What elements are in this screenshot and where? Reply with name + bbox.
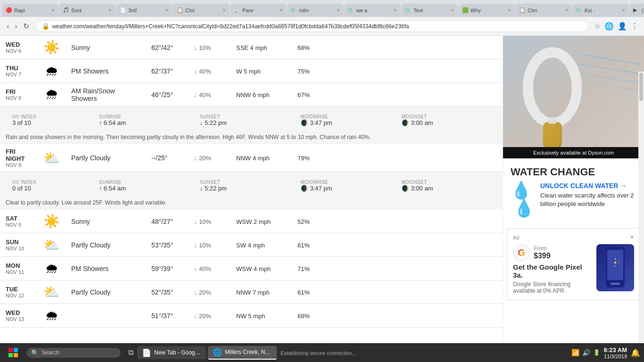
detail-row: UV INDEX 0 of 10 SUNRISE ↑ 6:54 am SUNSE…: [0, 172, 503, 210]
tab-close-ksi[interactable]: ×: [622, 7, 625, 14]
tab-inlin[interactable]: G inlin ×: [287, 4, 344, 17]
tab-close-rapi[interactable]: ×: [51, 7, 55, 14]
tab-why[interactable]: 🟩 Why ×: [458, 4, 515, 17]
google-pixel-ad[interactable]: Ad ✕ G From $399: [507, 228, 640, 300]
tab-close-3rd[interactable]: ×: [165, 7, 169, 14]
scroll-thumb[interactable]: [639, 73, 643, 101]
taskbar-new-tab[interactable]: 📄 New Tab - Google ...: [137, 346, 206, 359]
address-bar[interactable]: 🔒 weather.com/weather/tenday/l/Millers+C…: [36, 20, 588, 32]
weather-icon: ⛅: [43, 238, 60, 252]
weather-area: WED NOV 6 ☀️ Sunny 62°/42°: [0, 36, 503, 362]
tab-soni[interactable]: 🎵 Soni ×: [59, 4, 116, 17]
clock-time: 6:23 AM: [604, 346, 627, 354]
ad-close-icon[interactable]: ✕: [630, 234, 634, 240]
bookmark-button[interactable]: ☆: [592, 20, 603, 33]
taskbar-millers-creek[interactable]: 🌐 Millers Creek, NC 1...: [208, 346, 277, 360]
water-drops-icon: 💧 💧: [511, 182, 535, 217]
new-tab-label: New Tab - Google ...: [154, 349, 201, 356]
forward-button[interactable]: ›: [12, 20, 20, 33]
content-area: WED NOV 6 ☀️ Sunny 62°/42°: [0, 36, 644, 362]
tab-text1[interactable]: G Text ×: [401, 4, 458, 17]
day-date: NOV 9: [6, 222, 32, 228]
reload-button[interactable]: ↻: [20, 20, 32, 33]
tab-close-why[interactable]: ×: [508, 7, 511, 14]
precip-icon: ↓: [194, 44, 197, 51]
ad-google-header: Ad ✕: [513, 234, 634, 240]
tab-rapi[interactable]: 🔴 Rapi ×: [2, 4, 58, 17]
day-date: NOV 10: [6, 246, 32, 251]
profile-button[interactable]: 👤: [616, 20, 629, 33]
tab-wea[interactable]: G we a ×: [344, 4, 401, 17]
moonset-label: MOONSET: [402, 114, 490, 119]
table-row: FRI NIGHT NOV 8 ⛅ Partly Cloudy --/25°: [0, 144, 503, 172]
humidity-text: 52%: [297, 218, 310, 225]
battery-icon: 🔋: [593, 349, 600, 356]
humidity-text: 68%: [297, 44, 310, 51]
temp-text: 62°/42°: [151, 44, 173, 51]
network-icon[interactable]: 📶: [571, 349, 579, 356]
taskbar-search[interactable]: 🔍 Search: [26, 348, 121, 358]
scroll-track[interactable]: [638, 72, 644, 362]
tab-chri1[interactable]: 📋 Chri ×: [173, 4, 230, 17]
tab-close-chri2[interactable]: ×: [565, 7, 568, 14]
water-change-text: UNLOCK CLEAN WATER → Clean water scarcit…: [540, 182, 636, 208]
moonrise-value: 🌒 3:47 pm: [301, 119, 389, 126]
tab-favicon-soni: 🎵: [63, 7, 69, 14]
weather-icon: ⛅: [43, 285, 60, 299]
tab-3rd[interactable]: 📄 3rd! ×: [116, 4, 173, 17]
tab-close-chri1[interactable]: ×: [223, 7, 226, 14]
tab-close-soni[interactable]: ×: [108, 7, 112, 14]
taskbar: 🔍 Search ⧉ 📄 New Tab - Google ... 🌐 Mill…: [0, 343, 644, 362]
tab-close-pare[interactable]: ×: [280, 7, 283, 14]
weather-icon: 🌧: [45, 261, 58, 276]
phone-svg: [603, 246, 627, 288]
start-button[interactable]: [4, 343, 23, 362]
connection-status: Establishing secure connection...: [281, 350, 356, 356]
unlock-clean-water-link[interactable]: UNLOCK CLEAN WATER →: [540, 182, 636, 189]
tab-chri2[interactable]: 📋 Chri ×: [515, 4, 572, 17]
precip-icon: ↓: [194, 312, 197, 320]
table-row: SAT NOV 9 ☀️ Sunny 48°/27°: [0, 210, 503, 233]
tab-ksi[interactable]: G Ksi - ×: [572, 4, 629, 17]
tab-favicon-chri1: 📋: [177, 7, 183, 14]
water-change-ad[interactable]: WATER CHANGE 💧 💧 UNLOCK CLEAN WATER → Cl…: [503, 158, 644, 224]
translate-button[interactable]: 🌐: [603, 20, 616, 33]
ad-label: Ad: [513, 235, 519, 240]
dyson-ad[interactable]: Exclusively available at Dyson.com: [503, 36, 644, 158]
back-button[interactable]: ‹: [4, 20, 12, 33]
day-date: NOV 7: [6, 72, 32, 77]
precip-text: 40%: [199, 91, 211, 99]
taskbar-search-icon: 🔍: [31, 349, 39, 356]
notifications-button[interactable]: 🔔: [631, 348, 640, 357]
condition-text: Sunny: [71, 44, 90, 51]
menu-button[interactable]: ⋮: [629, 20, 640, 33]
volume-icon[interactable]: 🔊: [582, 349, 590, 356]
weather-icon: 🌧: [45, 308, 58, 323]
temp-text: --/25°: [151, 154, 167, 162]
precip-icon: ↓: [194, 67, 197, 75]
tab-close-inlin[interactable]: ×: [337, 7, 340, 14]
task-view-button[interactable]: ⧉: [124, 346, 137, 359]
sunrise-label: SUNRISE: [99, 114, 188, 119]
tab-close-text1[interactable]: ×: [451, 7, 454, 14]
day-label: SUN: [6, 239, 32, 246]
day-label: MON: [6, 262, 32, 269]
millers-creek-label: Millers Creek, NC 1...: [225, 349, 272, 355]
sunrise-value-2: ↑ 6:54 am: [99, 185, 188, 192]
tab-yt[interactable]: ▶ (3) N ×: [629, 4, 644, 17]
tab-favicon-wea: G: [348, 7, 355, 14]
table-row: TUE NOV 12 ⛅ Partly Cloudy 52°/35°: [0, 280, 503, 304]
system-clock[interactable]: 6:23 AM 11/3/2019: [604, 346, 627, 359]
wind-text: NNW 6 mph: [236, 91, 270, 99]
condition-text: PM Showers: [71, 265, 108, 272]
precip-icon: ↓: [194, 91, 197, 99]
temp-text: 48°/27°: [151, 218, 173, 225]
precip-text: 20%: [199, 313, 211, 320]
browser-header: 🔴 Rapi × 🎵 Soni × 📄 3rd! × 📋 Chri × 📰: [0, 0, 644, 36]
temp-text: 62°/37°: [151, 67, 173, 75]
moonset-value-2: 🌒 3:00 am: [402, 185, 490, 192]
tab-close-wea[interactable]: ×: [394, 7, 397, 14]
day-label: SAT: [6, 215, 32, 222]
tab-favicon-yt: ▶: [633, 7, 640, 14]
tab-pare[interactable]: 📰 Pare ×: [230, 4, 287, 17]
